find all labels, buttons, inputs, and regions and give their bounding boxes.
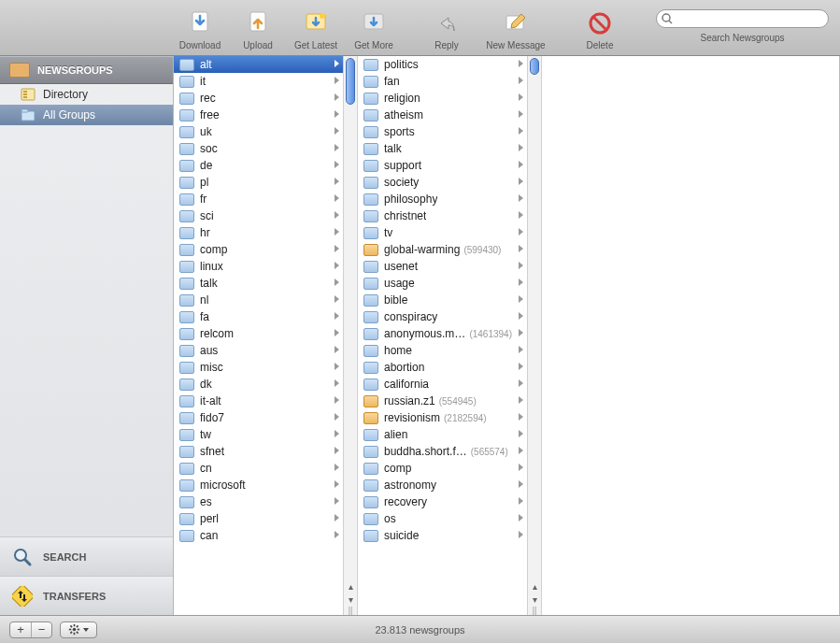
list-item[interactable]: usenet <box>358 258 527 275</box>
scrollbar[interactable]: ▴ ▾ || <box>527 56 541 615</box>
list-item[interactable]: es <box>174 493 343 510</box>
list-item[interactable]: alt <box>174 56 343 73</box>
list-item[interactable]: aus <box>174 342 343 359</box>
list-item[interactable]: politics <box>358 56 527 73</box>
sidebar-search-label: SEARCH <box>43 551 86 563</box>
list-item[interactable]: soc <box>174 140 343 157</box>
new-message-button[interactable]: New Message <box>482 8 549 50</box>
list-item[interactable]: fan <box>358 73 527 90</box>
scroll-up-icon[interactable]: ▴ <box>528 579 541 593</box>
folder-icon <box>363 143 378 155</box>
chevron-right-icon <box>335 447 339 454</box>
reply-button[interactable]: Reply <box>424 8 469 50</box>
folder-icon <box>363 109 378 121</box>
search-input[interactable] <box>656 9 829 28</box>
list-item[interactable]: conspiracy <box>358 308 527 325</box>
svg-line-9 <box>669 21 672 23</box>
list-item[interactable]: talk <box>174 275 343 292</box>
list-item[interactable]: tv <box>358 224 527 241</box>
list-item[interactable]: microsoft <box>174 477 343 493</box>
column-1-body[interactable]: alt it rec free uk soc de pl fr sci hr c… <box>174 56 343 615</box>
list-item-label: de <box>200 159 212 172</box>
list-item[interactable]: bible <box>358 292 527 308</box>
list-item[interactable]: usage <box>358 275 527 292</box>
folder-icon <box>363 379 378 391</box>
list-item-label: comp <box>200 243 227 256</box>
list-item[interactable]: support <box>358 157 527 174</box>
list-item[interactable]: dk <box>174 376 343 393</box>
list-item[interactable]: comp <box>358 460 527 477</box>
chevron-right-icon <box>519 60 523 67</box>
scroll-down-icon[interactable]: ▾ <box>344 593 357 606</box>
list-item[interactable]: sports <box>358 123 527 140</box>
list-item[interactable]: comp <box>174 241 343 258</box>
chevron-right-icon <box>519 396 523 404</box>
list-item[interactable]: russian.z1(554945) <box>358 393 527 409</box>
sidebar-item-directory[interactable]: Directory <box>0 84 173 105</box>
sidebar-item-all-groups[interactable]: All Groups <box>0 105 173 125</box>
folder-icon <box>179 328 194 340</box>
list-item[interactable]: nl <box>174 292 343 308</box>
list-item[interactable]: free <box>174 107 343 123</box>
download-button[interactable]: Download <box>178 8 222 50</box>
list-item[interactable]: it <box>174 73 343 90</box>
list-item[interactable]: astronomy <box>358 477 527 493</box>
list-item[interactable]: anonymous.m…(1461394) <box>358 325 527 342</box>
sidebar-transfers[interactable]: TRANSFERS <box>0 576 173 615</box>
list-item[interactable]: atheism <box>358 107 527 123</box>
list-item[interactable]: global-warming(599430) <box>358 241 527 258</box>
list-item[interactable]: linux <box>174 258 343 275</box>
list-item[interactable]: hr <box>174 224 343 241</box>
list-item[interactable]: os <box>358 510 527 527</box>
list-item[interactable]: talk <box>358 140 527 157</box>
list-item[interactable]: sfnet <box>174 443 343 460</box>
list-item[interactable]: fa <box>174 308 343 325</box>
list-item[interactable]: philosophy <box>358 191 527 207</box>
list-item[interactable]: buddha.short.f…(565574) <box>358 443 527 460</box>
list-item[interactable]: tw <box>174 426 343 443</box>
list-item[interactable]: society <box>358 174 527 191</box>
list-item[interactable]: rec <box>174 90 343 107</box>
folder-icon <box>363 294 378 307</box>
svg-rect-13 <box>23 96 27 98</box>
list-item[interactable]: california <box>358 376 527 393</box>
sidebar-header-newsgroups[interactable]: NEWSGROUPS <box>0 56 173 84</box>
get-latest-button[interactable]: Get Latest <box>293 8 338 50</box>
list-item[interactable]: de <box>174 157 343 174</box>
upload-button[interactable]: Upload <box>235 8 280 50</box>
list-item[interactable]: christnet <box>358 207 527 224</box>
chevron-right-icon <box>335 178 339 185</box>
list-item[interactable]: it-alt <box>174 393 343 409</box>
sidebar-search[interactable]: SEARCH <box>0 536 173 576</box>
list-item[interactable]: recovery <box>358 493 527 510</box>
list-item-label: sci <box>200 209 214 222</box>
list-item[interactable]: sci <box>174 207 343 224</box>
list-item[interactable]: alien <box>358 426 527 443</box>
scrollbar[interactable]: ▴ ▾ || <box>343 56 357 615</box>
list-item[interactable]: can <box>174 527 343 544</box>
list-item[interactable]: cn <box>174 460 343 477</box>
column-2-body[interactable]: politics fan religion atheism sports tal… <box>358 56 527 615</box>
list-item[interactable]: home <box>358 342 527 359</box>
scroll-up-icon[interactable]: ▴ <box>344 579 357 593</box>
list-item[interactable]: perl <box>174 510 343 527</box>
delete-label: Delete <box>587 40 614 50</box>
list-item[interactable]: pl <box>174 174 343 191</box>
list-item[interactable]: fr <box>174 191 343 207</box>
get-more-button[interactable]: Get More <box>351 8 396 50</box>
delete-button[interactable]: Delete <box>577 8 622 50</box>
scroll-down-icon[interactable]: ▾ <box>528 593 541 606</box>
folder-icon <box>179 261 194 273</box>
chevron-right-icon <box>519 430 523 437</box>
list-item[interactable]: suicide <box>358 527 527 544</box>
list-item[interactable]: abortion <box>358 359 527 376</box>
list-item[interactable]: misc <box>174 359 343 376</box>
folder-icon <box>179 446 194 458</box>
list-item[interactable]: revisionism(2182594) <box>358 409 527 426</box>
chevron-right-icon <box>519 211 523 219</box>
list-item[interactable]: fido7 <box>174 409 343 426</box>
list-item[interactable]: religion <box>358 90 527 107</box>
list-item-label: cn <box>200 462 212 475</box>
list-item[interactable]: uk <box>174 123 343 140</box>
list-item[interactable]: relcom <box>174 325 343 342</box>
